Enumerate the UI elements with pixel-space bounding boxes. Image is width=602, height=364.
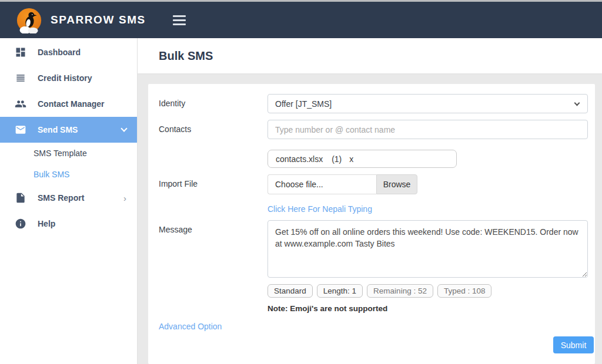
attached-file-name: contacts.xlsx [276,154,323,164]
length-badge: Length: 1 [317,284,363,298]
sidebar-item-contact-manager[interactable]: Contact Manager [0,91,137,117]
file-upload-control: Choose file... Browse [267,174,417,194]
envelope-icon [15,124,28,136]
contacts-label: Contacts [148,120,267,139]
hamburger-menu-icon[interactable] [170,13,188,28]
chevron-down-icon [121,125,127,132]
sidebar-item-label: Send SMS [38,125,78,134]
identity-select[interactable]: Offer [JT_SMS] [267,94,588,113]
sidebar-item-label: SMS Template [34,149,87,158]
emoji-note: Note: Emoji's are not supported [267,304,595,313]
encoding-badge: Standard [267,284,313,298]
sidebar-item-dashboard[interactable]: Dashboard [0,39,137,65]
import-file-label: Import File [148,174,267,194]
file-icon [15,192,28,204]
remove-file-icon[interactable]: x [349,154,353,164]
bulk-sms-form-card: Identity Offer [JT_SMS] Contacts contact… [148,84,595,364]
sidebar-item-sms-report[interactable]: SMS Report › [0,185,137,211]
message-label: Message [148,220,267,280]
message-row: Message Get 15% off on all online orders… [148,220,595,280]
sidebar-item-bulk-sms[interactable]: Bulk SMS [0,164,137,185]
message-textarea[interactable]: Get 15% off on all online orders this we… [267,220,588,278]
sidebar: Dashboard Credit History Contact Manager… [0,38,138,364]
brand-title: SPARROW SMS [51,14,146,26]
dashboard-icon [15,46,28,58]
chevron-right-icon: › [123,193,126,203]
sidebar-item-credit-history[interactable]: Credit History [0,65,137,91]
chevron-down-icon [574,100,580,106]
attached-file-row: contacts.xlsx (1) x [267,150,595,168]
page-title-bar: Bulk SMS [138,38,602,73]
page-title: Bulk SMS [159,49,213,63]
attached-file-chip: contacts.xlsx (1) x [267,150,457,168]
sidebar-item-label: Contact Manager [38,99,105,109]
sidebar-item-send-sms[interactable]: Send SMS [0,117,137,143]
contact-manager-icon [15,98,28,110]
sidebar-item-label: Help [38,219,55,228]
remaining-badge: Remaining : 52 [367,284,433,298]
import-file-row: Import File Choose file... Browse [148,174,595,194]
sparrow-logo-icon [16,7,42,33]
info-icon [15,218,28,230]
sidebar-item-label: SMS Report [38,193,84,203]
credit-history-icon [15,72,28,84]
typed-badge: Typed : 108 [437,284,492,298]
contacts-row: Contacts [148,120,595,139]
sidebar-item-label: Dashboard [38,48,81,57]
contacts-input[interactable] [267,120,588,139]
attached-file-count: (1) [332,154,342,164]
browse-button[interactable]: Browse [376,174,417,194]
advanced-option-link[interactable]: Advanced Option [159,322,222,331]
sidebar-item-help[interactable]: Help [0,211,137,237]
app-header: SPARROW SMS [0,2,602,38]
sidebar-item-label: Credit History [38,73,92,83]
identity-label: Identity [148,94,267,113]
identity-row: Identity Offer [JT_SMS] [148,94,595,113]
choose-file-field[interactable]: Choose file... [267,174,376,194]
message-counters: Standard Length: 1 Remaining : 52 Typed … [267,284,595,298]
sidebar-item-sms-template[interactable]: SMS Template [0,143,137,164]
identity-selected-value: Offer [JT_SMS] [275,99,332,109]
sidebar-item-label: Bulk SMS [34,170,69,179]
nepali-typing-link[interactable]: Click Here For Nepali Typing [267,204,372,214]
submit-button[interactable]: Submit [553,336,594,353]
